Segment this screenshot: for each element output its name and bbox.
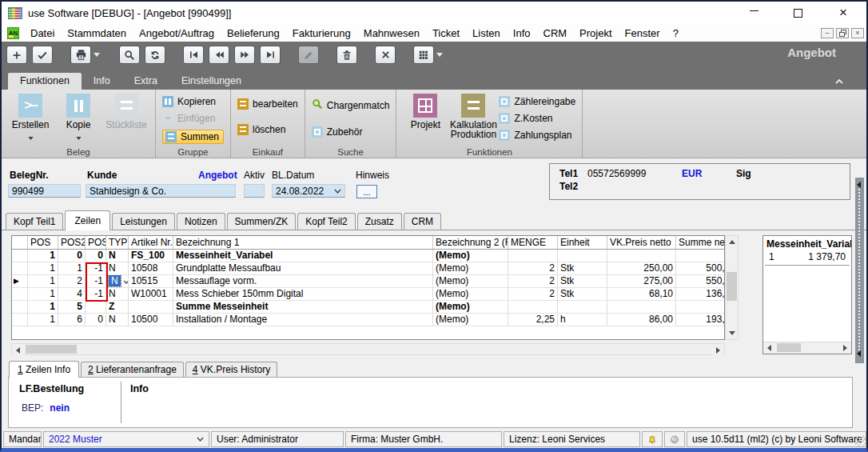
ribbon-button-z-kosten[interactable]: Z.Kosten [499,113,575,124]
ribbon-tab-einstellungen[interactable]: Einstellungen [169,73,253,90]
scroll-up-icon[interactable] [726,236,738,248]
column-header-pos[interactable]: POS [28,236,58,249]
scroll-right-icon[interactable] [839,342,851,353]
positions-grid[interactable]: POSPOS2POS3TYPArtikel Nr.Bezeichnung 1Be… [11,235,725,340]
cell-pos[interactable]: 1 [28,301,58,313]
mandant-select[interactable]: 2022 Muster [43,431,209,447]
cell-menge[interactable]: 2 [508,288,558,300]
ribbon-button-zahlungsplan[interactable]: Zahlungsplan [499,130,575,141]
chevron-up-icon[interactable] [834,76,844,87]
cell-einheit[interactable]: Stk [558,262,607,274]
cell-artikel[interactable]: 10515 [129,275,173,287]
ribbon-button-projekt[interactable]: Projekt [403,94,448,146]
cell-bez2[interactable]: (Memo) [433,275,508,287]
cell-typ[interactable]: N [106,275,129,287]
column-header-vk-preis-netto[interactable]: VK.Preis netto [607,236,676,249]
mdi-close-icon[interactable]: × [851,28,864,38]
cell-pos[interactable]: 1 [28,275,58,287]
hinweis-button[interactable]: ... [356,185,377,198]
panel-splitter[interactable] [855,178,864,363]
new-button[interactable] [6,46,27,64]
scroll-down-icon[interactable] [726,327,738,339]
mdi-minimize-icon[interactable]: – [821,28,834,38]
aktiv-field[interactable] [244,184,265,198]
cell-pos2[interactable]: 1 [58,262,86,274]
chevron-down-icon[interactable] [197,437,204,442]
minimize-icon[interactable] [750,10,759,22]
cell-summe[interactable] [676,301,725,313]
ribbon-button-bearbeiten[interactable]: bearbeiten [237,98,298,110]
collapse-left-icon[interactable] [857,350,861,357]
table-row[interactable]: 160N10500Installation / Montage(Memo)2,2… [12,314,724,326]
info-tab-1-zeilen-info[interactable]: 1 Zeilen Info [9,361,79,378]
menu-item-stammdaten[interactable]: Stammdaten [61,26,133,41]
menu-item-fakturierung[interactable]: Fakturierung [286,26,357,41]
menu-item-listen[interactable]: Listen [466,26,507,41]
ribbon-tab-info[interactable]: Info [82,73,122,90]
cell-typ[interactable]: Z [106,301,129,313]
column-header-bezeichnung-1[interactable]: Bezeichnung 1 [173,236,433,249]
typ-select-value[interactable]: N [109,275,121,286]
ribbon-tab-funktionen[interactable]: Funktionen [8,73,82,90]
cell-pos3[interactable]: -1 [86,262,106,274]
spiral-icon[interactable] [664,431,685,447]
cell-einheit[interactable] [558,301,607,313]
nav-last-button[interactable] [260,46,281,64]
cell-pos[interactable]: 1 [28,314,58,326]
cell-typ[interactable]: N [106,250,129,262]
cell-bez1[interactable]: Messeinheit_Variabel [173,250,433,262]
cell-typ[interactable]: N [106,314,129,326]
cell-summe[interactable]: 136,20 [676,288,725,300]
alarm-bell-icon[interactable] [642,431,663,447]
scroll-left-icon[interactable] [12,344,24,356]
cell-summe[interactable]: 500,00 [676,262,725,274]
panel-horizontal-scrollbar[interactable] [763,342,851,354]
menu-item-mahnwesen[interactable]: Mahnwesen [357,26,426,41]
menu-item-ticket[interactable]: Ticket [426,26,466,41]
scrollbar-thumb[interactable] [777,343,801,352]
column-header-menge[interactable]: MENGE [508,236,558,249]
cell-typ[interactable]: N [106,262,129,274]
resize-grip[interactable] [855,436,866,446]
tab-zeilen[interactable]: Zeilen [65,210,110,230]
cell-vk_preis[interactable]: 86,00 [607,314,676,326]
column-header-summe-netto[interactable]: Summe netto [676,236,725,249]
column-header-pos3[interactable]: POS3 [86,236,106,249]
tab-zusatz[interactable]: Zusatz [357,213,402,230]
cell-vk_preis[interactable] [607,301,676,313]
cell-typ[interactable]: N [106,288,129,300]
maximize-icon[interactable] [794,9,802,18]
cell-summe[interactable] [676,250,725,262]
cell-menge[interactable] [508,301,558,313]
chevron-down-icon[interactable] [123,275,129,287]
table-row[interactable]: 15ZSumme Messeinheit(Memo) [12,301,724,314]
tab-leistungen[interactable]: Leistungen [112,213,175,230]
cell-pos[interactable]: 1 [28,262,58,274]
collapse-left-icon[interactable] [857,182,861,188]
dropdown-caret-icon[interactable] [91,46,102,64]
cell-bez1[interactable]: Installation / Montage [173,314,433,326]
cell-pos3[interactable]: 0 [86,250,106,262]
dropdown-caret-icon[interactable] [434,46,444,64]
info-tab-4-vk-preis-history[interactable]: 4 VK.Preis History [185,362,277,377]
tab-summen-zk[interactable]: Summen/ZK [227,213,297,230]
column-header-pos2[interactable]: POS2 [58,236,86,249]
cell-bez2[interactable]: (Memo) [433,250,508,262]
table-row[interactable]: 100NFS_100Messeinheit_Variabel(Memo) [12,250,724,262]
ribbon-tab-extra[interactable]: Extra [122,73,169,90]
close-icon[interactable]: × [838,7,849,18]
cell-artikel[interactable]: W10001 [129,288,173,300]
kunde-field[interactable]: Stahldesign & Co. [86,184,236,198]
nav-next-button[interactable] [234,46,255,64]
cell-pos[interactable]: 1 [28,288,58,300]
cell-vk_preis[interactable] [607,250,676,262]
cell-einheit[interactable]: Stk [558,288,607,300]
ribbon-button-kopieren[interactable]: Kopieren [162,96,224,107]
ribbon-button-summen[interactable]: Summen [162,130,224,144]
cell-pos2[interactable]: 6 [58,314,86,326]
cell-pos3[interactable] [86,301,106,313]
cell-bez2[interactable]: (Memo) [433,301,508,313]
cell-einheit[interactable]: Stk [558,275,607,287]
refresh-button[interactable] [145,46,165,64]
column-header-artikel-nr[interactable]: Artikel Nr. [129,236,173,249]
